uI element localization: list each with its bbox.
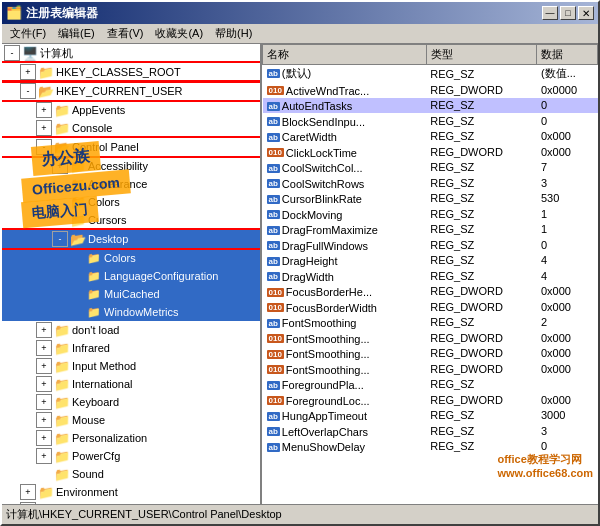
table-row[interactable]: ab DockMoving REG_SZ 1 — [263, 206, 598, 222]
im-label: Input Method — [72, 360, 136, 372]
tree-eudc[interactable]: + 📁 EUDC — [2, 501, 260, 504]
table-row[interactable]: 010 FontSmoothing... REG_DWORD 0x000 — [263, 361, 598, 377]
powercfg-icon: 📁 — [54, 448, 70, 464]
tree-colors2[interactable]: 📁 Colors — [2, 249, 260, 267]
cell-type: REG_SZ — [426, 129, 537, 145]
table-row[interactable]: ab LeftOverlapChars REG_SZ 3 — [263, 423, 598, 439]
titlebar: 🗂️ 注册表编辑器 — □ ✕ — [2, 2, 598, 24]
tree-environment[interactable]: + 📁 Environment — [2, 483, 260, 501]
tree-root[interactable]: - 🖥️ 计算机 — [2, 44, 260, 62]
kb-expander[interactable]: + — [36, 394, 52, 410]
table-row[interactable]: ab DragFullWindows REG_SZ 0 — [263, 237, 598, 253]
table-row[interactable]: ab HungAppTimeout REG_SZ 3000 — [263, 408, 598, 424]
eudc-icon: 📁 — [38, 502, 54, 504]
reg-icon: ab (默认) — [267, 66, 312, 81]
tree-windowmetrics[interactable]: 📁 WindowMetrics — [2, 303, 260, 321]
tree-muicached[interactable]: 📁 MuiCached — [2, 285, 260, 303]
tree-keyboard[interactable]: + 📁 Keyboard — [2, 393, 260, 411]
env-expander[interactable]: + — [20, 484, 36, 500]
dontload-expander[interactable]: + — [36, 322, 52, 338]
status-text: 计算机\HKEY_CURRENT_USER\Control Panel\Desk… — [6, 507, 282, 522]
tree-powercfg[interactable]: + 📁 PowerCfg — [2, 447, 260, 465]
hkcu-expander[interactable]: - — [20, 83, 36, 99]
cell-name: ab LeftOverlapChars — [263, 423, 427, 439]
tree-mouse[interactable]: + 📁 Mouse — [2, 411, 260, 429]
minimize-button[interactable]: — — [542, 6, 558, 20]
tree-langconfig[interactable]: 📁 LanguageConfiguration — [2, 267, 260, 285]
type-icon: 010 — [267, 148, 284, 157]
eudc-expander[interactable]: + — [20, 502, 36, 504]
infrared-expander[interactable]: + — [36, 340, 52, 356]
cell-name: ab ForegroundPla... — [263, 377, 427, 393]
tree-personalization[interactable]: + 📁 Personalization — [2, 429, 260, 447]
table-row[interactable]: 010 FocusBorderWidth REG_DWORD 0x000 — [263, 299, 598, 315]
table-row[interactable]: ab CoolSwitchCol... REG_SZ 7 — [263, 160, 598, 176]
personal-expander[interactable]: + — [36, 430, 52, 446]
cell-type: REG_SZ — [426, 253, 537, 269]
console-expander[interactable]: + — [36, 120, 52, 136]
table-row[interactable]: ab AutoEndTasks REG_SZ 0 — [263, 98, 598, 114]
menu-help[interactable]: 帮助(H) — [209, 24, 258, 43]
cell-type: REG_SZ — [426, 237, 537, 253]
cell-data: 2 — [537, 315, 598, 331]
cell-name: 010 FocusBorderHe... — [263, 284, 427, 300]
wm-label: WindowMetrics — [104, 306, 179, 318]
tree-hkcu[interactable]: - 📂 HKEY_CURRENT_USER — [2, 82, 260, 100]
table-row[interactable]: ab CoolSwitchRows REG_SZ 3 — [263, 175, 598, 191]
tree-sound[interactable]: 📁 Sound — [2, 465, 260, 483]
maximize-button[interactable]: □ — [560, 6, 576, 20]
menu-file[interactable]: 文件(F) — [4, 24, 52, 43]
tree-international[interactable]: + 📁 International — [2, 375, 260, 393]
reg-icon: ab DockMoving — [267, 209, 343, 221]
root-expander[interactable]: - — [4, 45, 20, 61]
type-icon: 010 — [267, 86, 284, 95]
list-pane[interactable]: 名称 类型 数据 ab (默认) REG_SZ (数值... 010 — [262, 44, 598, 504]
table-row[interactable]: 010 ClickLockTime REG_DWORD 0x000 — [263, 144, 598, 160]
table-row[interactable]: ab DragHeight REG_SZ 4 — [263, 253, 598, 269]
desktop-label: Desktop — [88, 233, 128, 245]
mouse-expander[interactable]: + — [36, 412, 52, 428]
table-row[interactable]: ab DragFromMaximize REG_SZ 1 — [263, 222, 598, 238]
table-row[interactable]: ab CaretWidth REG_SZ 0x000 — [263, 129, 598, 145]
table-row[interactable]: ab DragWidth REG_SZ 4 — [263, 268, 598, 284]
menu-edit[interactable]: 编辑(E) — [52, 24, 101, 43]
tree-dont-load[interactable]: + 📁 don't load — [2, 321, 260, 339]
intl-expander[interactable]: + — [36, 376, 52, 392]
table-row[interactable]: 010 FocusBorderHe... REG_DWORD 0x000 — [263, 284, 598, 300]
muicached-icon: 📁 — [86, 286, 102, 302]
im-expander[interactable]: + — [36, 358, 52, 374]
table-row[interactable]: 010 FontSmoothing... REG_DWORD 0x000 — [263, 346, 598, 362]
table-row[interactable]: ab CursorBlinkRate REG_SZ 530 — [263, 191, 598, 207]
table-row[interactable]: ab FontSmoothing REG_SZ 2 — [263, 315, 598, 331]
tree-pane[interactable]: - 🖥️ 计算机 + 📁 HKEY_CLASSES_ROOT - 📂 HKEY_… — [2, 44, 262, 504]
tree-desktop[interactable]: - 📂 Desktop — [2, 230, 260, 248]
table-row[interactable]: ab ForegroundPla... REG_SZ — [263, 377, 598, 393]
menu-favorites[interactable]: 收藏夹(A) — [149, 24, 209, 43]
table-row[interactable]: ab BlockSendInpu... REG_SZ 0 — [263, 113, 598, 129]
tree-infrared[interactable]: + 📁 Infrared — [2, 339, 260, 357]
colors2-expander — [68, 250, 84, 266]
table-row[interactable]: ab (默认) REG_SZ (数值... — [263, 65, 598, 83]
cell-name: 010 ActiveWndTrac... — [263, 82, 427, 98]
cell-data: 0x000 — [537, 392, 598, 408]
cell-data: 1 — [537, 206, 598, 222]
tree-input-method[interactable]: + 📁 Input Method — [2, 357, 260, 375]
menu-view[interactable]: 查看(V) — [101, 24, 150, 43]
desktop-expander[interactable]: - — [52, 231, 68, 247]
cell-type: REG_SZ — [426, 222, 537, 238]
powercfg-expander[interactable]: + — [36, 448, 52, 464]
table-row[interactable]: 010 ForegroundLoc... REG_DWORD 0x000 — [263, 392, 598, 408]
table-row[interactable]: 010 ActiveWndTrac... REG_DWORD 0x0000 — [263, 82, 598, 98]
type-icon: ab — [267, 195, 280, 204]
hkcr-expander[interactable]: + — [20, 64, 36, 80]
table-row[interactable]: 010 FontSmoothing... REG_DWORD 0x000 — [263, 330, 598, 346]
watermark-brand: 办公族 — [31, 141, 101, 176]
col-type: 类型 — [426, 45, 537, 65]
tree-hkcr[interactable]: + 📁 HKEY_CLASSES_ROOT — [2, 63, 260, 81]
tree-appevents[interactable]: + 📁 AppEvents — [2, 101, 260, 119]
tree-console[interactable]: + 📁 Console — [2, 119, 260, 137]
close-button[interactable]: ✕ — [578, 6, 594, 20]
cell-data: 3000 — [537, 408, 598, 424]
sound-icon: 📁 — [54, 466, 70, 482]
appevents-expander[interactable]: + — [36, 102, 52, 118]
